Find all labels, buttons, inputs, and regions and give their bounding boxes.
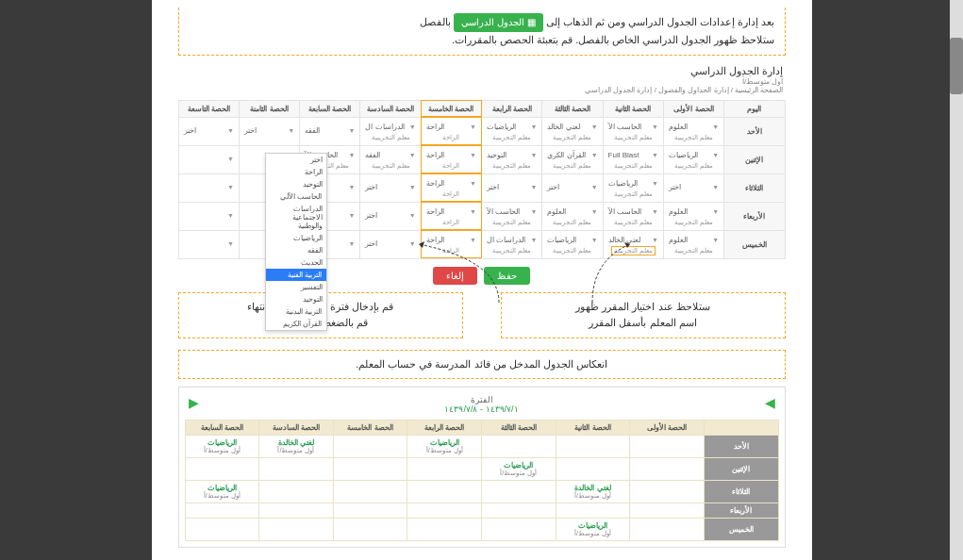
t-cell — [482, 481, 556, 503]
schedule-cell[interactable]: ▼الدراسات المعلم التجريبية — [360, 117, 421, 145]
intro-text-1: بعد إدارة إعدادات الجدول الدراسي ومن ثم … — [543, 16, 775, 27]
cancel-button[interactable]: إلغاء — [433, 267, 477, 285]
dropdown-option[interactable]: التربية الفنية — [266, 269, 326, 281]
dropdown-option[interactable]: الحاسب الآلي — [266, 190, 326, 203]
schedule-cell[interactable]: ▼اختر — [178, 117, 239, 145]
column-header: الحصة السابعة — [300, 100, 360, 117]
chevron-down-icon: ▼ — [712, 237, 719, 243]
chevron-down-icon: ▼ — [591, 124, 598, 130]
schedule-cell[interactable]: ▼التوحيدمعلم التجريبية — [482, 145, 542, 173]
dropdown-option[interactable]: القرآن الكريم — [266, 318, 326, 330]
dropdown-option[interactable]: التربية البدنية — [266, 305, 326, 318]
schedule-cell[interactable]: ▼اختر — [360, 230, 421, 258]
t-cell: الرياضياتأول متوسط/أ — [185, 481, 259, 503]
column-header: اليوم — [724, 100, 785, 117]
day-header: الأحد — [724, 117, 785, 145]
teacher-label: معلم التجريبية — [667, 219, 721, 226]
column-header: الحصة الثانية — [603, 100, 663, 117]
schedule-cell[interactable]: ▼العلوممعلم التجريبية — [663, 117, 723, 145]
breadcrumb-path: الصفحة الرئيسية / إدارة الجداول والفصول … — [180, 86, 784, 94]
t-cell — [407, 481, 482, 503]
t-cell — [333, 458, 407, 481]
day-header: الخميس — [724, 230, 785, 258]
teacher-label: معلم التجريبية — [485, 162, 539, 170]
schedule-cell[interactable]: ▼الرياضياتمعلم التجريبية — [542, 230, 603, 258]
schedule-cell[interactable]: ▼الحاسب الآمعلم التجريبية — [603, 202, 663, 230]
dropdown-option[interactable]: الراحة — [266, 166, 326, 178]
schedule-cell[interactable]: ▼اختر — [542, 173, 603, 202]
dropdown-option[interactable]: الرياضيات — [266, 232, 326, 244]
schedule-cell[interactable]: ▼الراحةالراحة — [421, 173, 481, 202]
schedule-cell[interactable]: ▼اختر — [360, 202, 421, 230]
reflect-callout: انعكاس الجدول المدخل من قائد المدرسة في … — [178, 350, 786, 380]
t-class: أول متوسط/أ — [558, 492, 628, 500]
t-cell: الرياضياتأول متوسط/أ — [482, 458, 556, 481]
teacher-label: الراحة — [424, 162, 478, 170]
schedule-cell[interactable]: ▼الراحةالراحة — [421, 202, 481, 230]
teacher-label: الراحة — [424, 219, 478, 226]
subject-label: العلوم — [669, 123, 688, 131]
schedule-cell[interactable]: ▼العلوممعلم التجريبية — [542, 202, 603, 230]
schedule-cell[interactable]: ▼الفقهمعلم التجريبية — [360, 145, 421, 173]
vertical-scrollbar[interactable] — [950, 0, 963, 560]
schedule-cell[interactable]: ▼ — [178, 173, 239, 202]
schedule-cell[interactable]: ▼الرياضياتمعلم التجريبية — [663, 145, 723, 173]
chevron-down-icon: ▼ — [409, 212, 416, 219]
dropdown-option[interactable]: التوحيد — [266, 293, 326, 305]
schedule-cell[interactable]: ▼ — [178, 145, 239, 173]
schedule-cell[interactable]: ▼اختر — [360, 173, 421, 202]
period-header: ◀ الفترة ١٤٣٩/٧/١ - ١٤٣٩/٧/٨ ▶ — [185, 395, 779, 414]
teacher-label: معلم التجريبية — [667, 162, 721, 170]
column-header: الحصة الثامنة — [239, 100, 299, 117]
schedule-cell[interactable]: ▼الحاسب الآمعلم التجريبية — [603, 117, 663, 145]
schedule-cell[interactable]: ▼الفقه — [300, 117, 360, 145]
dropdown-option[interactable]: التوحيد — [266, 178, 326, 190]
dropdown-option[interactable]: اختر — [266, 154, 326, 166]
subject-label: التوحيد — [487, 151, 506, 159]
chevron-down-icon: ▼ — [652, 124, 658, 130]
chevron-down-icon: ▼ — [712, 184, 719, 190]
schedule-container: اليومالحصة الأولىالحصة الثانيةالحصة الثا… — [178, 100, 786, 259]
t-cell — [185, 458, 259, 481]
schedule-cell[interactable]: ▼العلوممعلم التجريبية — [663, 230, 723, 258]
save-button[interactable]: حفظ — [484, 267, 530, 285]
dropdown-option[interactable]: الدراسات الاجتماعية والوطنية — [266, 203, 326, 232]
subject-label: الرياضيات — [487, 123, 516, 131]
schedule-cell[interactable]: ▼الراحةالراحة — [421, 145, 481, 173]
schedule-cell[interactable]: ▼ — [178, 202, 239, 230]
teacher-label: معلم التجريبية — [606, 190, 660, 198]
t-cell — [333, 503, 407, 519]
schedule-cell[interactable]: ▼اختر — [482, 173, 542, 202]
t-cell — [630, 481, 705, 503]
schedule-cell[interactable]: ▼الرياضياتمعلم التجريبية — [603, 173, 663, 202]
subject-label: اختر — [365, 183, 377, 191]
t-cell — [259, 458, 334, 481]
schedule-cell[interactable]: ▼اختر — [239, 117, 299, 145]
next-period-icon[interactable]: ▶ — [189, 395, 199, 410]
column-header: الحصة التاسعة — [178, 100, 239, 117]
schedule-cell[interactable]: ▼العلوممعلم التجريبية — [663, 202, 723, 230]
schedule-cell[interactable]: ▼ — [178, 230, 239, 258]
dropdown-option[interactable]: الفقه — [266, 244, 326, 256]
schedule-cell[interactable]: ▼الدراسات المعلم التجريبية — [482, 230, 542, 258]
dropdown-option[interactable]: التفسير — [266, 281, 326, 293]
dropdown-option[interactable]: الحديث — [266, 256, 326, 269]
schedule-cell[interactable]: ▼لغتي الخالدمعلم التجريبية — [542, 117, 603, 145]
schedule-cell[interactable]: ▼القرآن الكريمعلم التجريبية — [542, 145, 603, 173]
prev-period-icon[interactable]: ◀ — [765, 395, 775, 410]
schedule-cell[interactable]: ▼الراحةالراحة — [421, 230, 481, 258]
teacher-label: معلم التجريبية — [545, 247, 599, 255]
schedule-cell[interactable]: ▼لغتي الخالدمعلم التجريبية — [603, 230, 663, 258]
subject-label: الحاسب الآ — [608, 207, 641, 216]
schedule-cell[interactable]: ▼الرياضياتمعلم التجريبية — [482, 117, 542, 145]
schedule-cell[interactable]: ▼الراحةالراحة — [421, 117, 481, 145]
chevron-down-icon: ▼ — [470, 124, 476, 130]
intro-callout: بعد إدارة إعدادات الجدول الدراسي ومن ثم … — [178, 8, 786, 56]
chevron-down-icon: ▼ — [530, 124, 537, 130]
schedule-cell[interactable]: ▼اختر — [663, 173, 723, 202]
subject-dropdown[interactable]: اخترالراحةالتوحيدالحاسب الآليالدراسات ال… — [265, 153, 327, 331]
schedule-cell[interactable]: ▼الحاسب الآمعلم التجريبية — [482, 202, 542, 230]
scrollbar-thumb[interactable] — [950, 38, 963, 94]
schedule-cell[interactable]: ▼Full Blastمعلم التجريبية — [603, 145, 663, 173]
subject-label: اختر — [365, 211, 377, 220]
